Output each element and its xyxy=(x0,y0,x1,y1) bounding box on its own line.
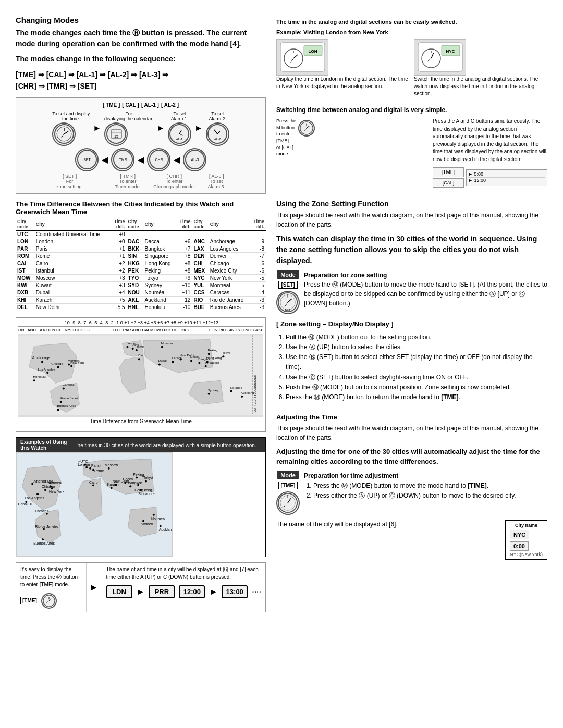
city-table-row: MOWMoscow+3TYOTokyo+9NYCNew York-5 xyxy=(16,274,266,281)
examples-box: Examples of Usingthis Watch The times in… xyxy=(16,437,266,557)
svg-point-85 xyxy=(44,489,46,491)
set-label: [SET] xyxy=(278,281,297,289)
city-cell-0-0: UTC xyxy=(16,230,34,238)
svg-text:Montreal: Montreal xyxy=(48,482,62,485)
svg-point-44 xyxy=(126,346,128,348)
tmr-caption: [ TMR ]To enterTimer mode. xyxy=(115,174,141,189)
svg-text:Rome: Rome xyxy=(94,469,104,473)
london-img-1: LON xyxy=(276,39,328,76)
svg-text:Buenos Aires: Buenos Aires xyxy=(57,404,76,408)
svg-text:New York: New York xyxy=(49,490,65,494)
col-header-city-code-1: Citycode xyxy=(16,218,34,231)
city-cell-1-2: +0 xyxy=(111,238,126,245)
svg-text:Caracas: Caracas xyxy=(63,382,75,386)
city-cell-5-1: Istanbul xyxy=(34,267,111,274)
city-cell-4-4: Hong Kong xyxy=(143,260,176,267)
city-cell-2-1: Paris xyxy=(34,245,111,252)
tme-mode-label: [TME] xyxy=(20,597,39,604)
city-cell-4-2: +2 xyxy=(111,260,126,267)
svg-text:Honolulu: Honolulu xyxy=(33,375,46,378)
city-cell-1-5: +6 xyxy=(176,238,192,245)
svg-point-95 xyxy=(43,528,45,530)
city-example-time: 0:00 xyxy=(510,541,529,551)
city-cell-8-0: DXB xyxy=(16,289,34,296)
city-cell-1-0: LON xyxy=(16,238,34,245)
svg-text:AL-3: AL-3 xyxy=(191,158,199,162)
prep-zone-heading: Preparation for zone setting xyxy=(304,272,387,279)
right-column: The time in the analog and digital secti… xyxy=(276,16,547,612)
svg-text:Cairo: Cairo xyxy=(138,353,146,357)
svg-point-50 xyxy=(161,346,163,348)
city-table-row: PARParis+1BKKBangkok+7LAXLos Angeles-8 xyxy=(16,245,266,252)
city-cell-5-0: IST xyxy=(16,267,34,274)
svg-line-11 xyxy=(179,134,183,135)
city-cell-7-8: -5 xyxy=(250,281,266,289)
city-cell-9-5: +12 xyxy=(176,296,192,303)
city-display-row: The name of the city will be displayed a… xyxy=(276,520,547,560)
city-table-row: UTCCoordinated Universal Time+0 xyxy=(16,230,266,238)
instr-arrow: ► xyxy=(87,563,102,612)
divider-2 xyxy=(276,409,547,409)
svg-point-58 xyxy=(180,358,182,360)
svg-point-60 xyxy=(190,360,192,362)
world-map-image: Anchorage Los Angeles Chicago Montreal N… xyxy=(18,334,263,417)
svg-text:Rio de Janeiro: Rio de Janeiro xyxy=(35,525,58,528)
watch-disp-2: PRR xyxy=(149,585,175,598)
city-name-label: City name xyxy=(510,523,543,528)
watch-al2: AL-2 xyxy=(206,122,229,146)
zone-step-2: Use the Ⓐ (UP) button to select the citi… xyxy=(286,342,547,352)
switching-title: Switching time between analog and digita… xyxy=(276,106,547,115)
city-cell-4-8: -6 xyxy=(250,260,266,267)
city-cell-5-6: MEX xyxy=(192,267,208,274)
arrow-2: ► xyxy=(156,124,165,133)
svg-text:Anchorage: Anchorage xyxy=(32,356,51,360)
world-map-small: Anchorage Los Angeles Chicago Montreal N… xyxy=(16,452,173,557)
instr-left-text: It’s easy to display the time! Press the… xyxy=(20,566,82,589)
svg-text:CHR: CHR xyxy=(155,158,163,162)
svg-text:Dubai: Dubai xyxy=(158,359,167,362)
col-header-city-3: City xyxy=(209,218,250,231)
svg-text:AL-2: AL-2 xyxy=(214,138,221,141)
city-cell-9-6: RIO xyxy=(192,296,208,303)
svg-point-62 xyxy=(198,362,200,364)
city-cell-8-6: CCS xyxy=(192,289,208,296)
world-map-caption: Time Difference from Greenwich Mean Time xyxy=(18,418,263,426)
col-header-city-2: City xyxy=(143,218,176,231)
svg-point-127 xyxy=(153,514,155,516)
instr-right: The name of and time in a city will be d… xyxy=(102,563,265,612)
svg-point-83 xyxy=(36,493,39,496)
svg-text:NYC: NYC xyxy=(446,49,455,54)
prep-time-heading: Preparation for time adjustment xyxy=(304,472,398,479)
svg-text:SET: SET xyxy=(285,308,291,311)
switch-right-content: Press the A and C buttons simultaneously… xyxy=(433,118,547,188)
city-cell-9-1: Karachi xyxy=(34,296,111,303)
col-header-city-code-3: Citycode xyxy=(192,218,208,231)
city-cell-3-0: ROM xyxy=(16,252,34,260)
city-cell-6-4: Tokyo xyxy=(143,274,176,281)
prep-badge-col: Mode [SET] SET xyxy=(276,270,300,314)
city-cell-3-4: Singapore xyxy=(143,252,176,260)
svg-text:Hong kong: Hong kong xyxy=(206,356,222,360)
svg-text:Sydney: Sydney xyxy=(208,388,219,391)
watch-disp-1: LDN xyxy=(106,585,132,598)
city-cell-2-2: +1 xyxy=(111,245,126,252)
city-cell-2-7: Los Angeles xyxy=(209,245,250,252)
city-cell-8-4: Nouméa xyxy=(143,289,176,296)
arrow-left-1: ◀ xyxy=(102,155,108,165)
city-cell-4-6: CHI xyxy=(192,260,208,267)
city-cell-0-1: Coordinated Universal Time xyxy=(34,230,111,238)
svg-point-72 xyxy=(208,392,210,394)
prep-time-badge-col: Mode [TME] xyxy=(276,471,300,515)
svg-point-115 xyxy=(129,486,131,488)
svg-text:Los Angeles: Los Angeles xyxy=(38,367,55,371)
zone-function-bold: This watch can display the time in 30 ci… xyxy=(276,233,547,266)
adjusting-section: Adjusting the Time This page should be r… xyxy=(276,413,547,560)
zone-steps-list: Pull the Ⓜ (MODE) button out to the sett… xyxy=(276,332,547,402)
city-cell-1-8: -9 xyxy=(250,238,266,245)
svg-line-155 xyxy=(307,126,310,129)
changing-modes-p1: The mode changes each time the Ⓡ button … xyxy=(16,28,266,50)
city-cell-6-8: -5 xyxy=(250,274,266,281)
zone-step-3: Use the Ⓑ (SET) button to select either … xyxy=(286,352,547,372)
svg-point-99 xyxy=(85,466,88,468)
city-cell-7-5: +10 xyxy=(176,281,192,289)
